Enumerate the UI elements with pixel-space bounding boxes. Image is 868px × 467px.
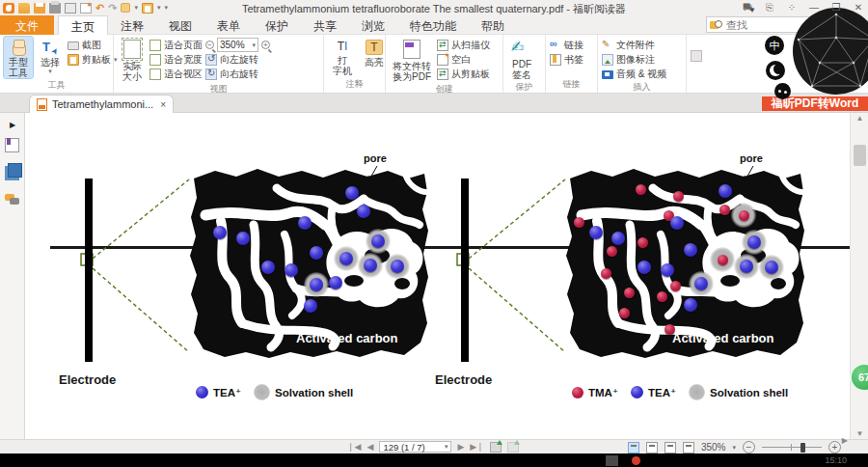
taskbar-item-icon[interactable]: [606, 455, 618, 466]
tab-home[interactable]: 主页: [58, 15, 108, 35]
attachment-icon: [602, 40, 613, 51]
foxit-logo-icon[interactable]: [3, 3, 14, 14]
rotate-left-button[interactable]: 向左旋转: [205, 53, 270, 66]
tab-file[interactable]: 文件: [0, 15, 54, 35]
print-icon[interactable]: [49, 3, 61, 14]
stamp-tool-icon[interactable]: [121, 3, 130, 13]
windows-taskbar[interactable]: 15:10: [0, 453, 868, 467]
single-page-view-button[interactable]: [628, 442, 639, 453]
previous-page-button[interactable]: ◀: [366, 442, 373, 452]
ion-tea: [364, 259, 377, 272]
ion-tma: [601, 268, 611, 279]
share-icon[interactable]: ⎘: [764, 2, 775, 14]
document-tab[interactable]: Tetramethylammoni... ×: [29, 95, 174, 113]
bookmarks-panel-icon[interactable]: [5, 138, 19, 152]
sidebar-expand-icon[interactable]: ▶: [10, 121, 15, 129]
tab-form[interactable]: 表单: [204, 15, 253, 35]
dropdown-arrow-icon[interactable]: ▼: [748, 6, 756, 14]
group-label-tools: 工具: [4, 78, 109, 94]
zoom-slider[interactable]: [762, 441, 822, 453]
tab-close-icon[interactable]: ×: [160, 99, 166, 110]
new-document-icon[interactable]: [80, 3, 92, 14]
paste-icon[interactable]: [142, 3, 153, 14]
highlight-button[interactable]: T 高亮: [360, 37, 389, 68]
previous-view-icon[interactable]: [490, 442, 502, 453]
from-scanner-button[interactable]: 从扫描仪: [437, 39, 490, 51]
typewriter-button[interactable]: TI 打 字机: [328, 37, 357, 76]
zoom-in-icon[interactable]: +: [261, 41, 270, 49]
zoom-slider-handle[interactable]: [800, 443, 805, 453]
continuous-view-button[interactable]: [646, 442, 658, 453]
link-button[interactable]: 链接: [550, 39, 583, 51]
pdf-to-word-button[interactable]: 福昕PDF转Word: [762, 96, 868, 111]
minimize-button[interactable]: —: [808, 2, 820, 14]
open-file-icon[interactable]: [18, 3, 30, 14]
last-page-button[interactable]: ▶❘: [470, 442, 483, 452]
zoom-out-button[interactable]: −: [743, 441, 755, 453]
email-icon[interactable]: [65, 3, 76, 14]
navigation-sidebar: ▶: [0, 113, 25, 439]
restore-button[interactable]: ❐: [830, 2, 842, 14]
continuous-facing-view-button[interactable]: [683, 442, 694, 453]
bookmark-button[interactable]: 书签: [550, 53, 583, 66]
tab-protect[interactable]: 保护: [253, 15, 301, 35]
dropdown-arrow-icon[interactable]: ▾: [134, 4, 138, 12]
image-annotation-button[interactable]: 图像标注: [602, 53, 666, 66]
tab-features[interactable]: 特色功能: [397, 15, 469, 35]
taskbar-red-app-icon[interactable]: [632, 456, 640, 465]
dropdown-arrow-icon[interactable]: ▾: [732, 444, 736, 452]
snapshot-button[interactable]: 截图: [68, 39, 118, 51]
pages-panel-icon[interactable]: [8, 163, 22, 178]
clipboard-button[interactable]: 剪贴板▾: [68, 53, 118, 66]
grid-view-icon[interactable]: ⁘: [786, 2, 798, 14]
zoom-out-icon[interactable]: −: [205, 41, 214, 49]
next-view-icon[interactable]: [507, 442, 519, 453]
ribbon-group-tools: 手型 工具 选择▾ 截图 剪贴板▾ 工具: [0, 35, 114, 93]
moon-badge[interactable]: [766, 61, 785, 80]
search-icon: [710, 19, 723, 31]
dots-badge[interactable]: [774, 83, 791, 99]
file-attachment-button[interactable]: 文件附件: [602, 39, 666, 51]
first-page-button[interactable]: ❘◀: [347, 442, 361, 452]
overlay-widget-circle[interactable]: [793, 8, 868, 95]
select-tool-button[interactable]: 选择▾: [36, 37, 65, 75]
scroll-right-icon[interactable]: ▶: [842, 436, 848, 445]
comments-panel-icon[interactable]: [5, 194, 19, 208]
fit-visible-button[interactable]: 适合视区: [149, 68, 203, 80]
scanner-icon: [437, 40, 448, 51]
scroll-up-icon[interactable]: ▲: [851, 114, 868, 123]
hand-tool-button[interactable]: 手型 工具: [4, 37, 33, 78]
pdf-sign-button[interactable]: PDF 签名: [507, 37, 536, 80]
save-icon[interactable]: [34, 3, 45, 14]
customize-toolbar-icon[interactable]: ▾: [164, 4, 168, 12]
undo-icon[interactable]: ↶: [95, 3, 104, 14]
ion-tea: [213, 226, 227, 239]
zoom-in-button[interactable]: +: [828, 441, 841, 453]
convert-to-pdf-button[interactable]: 将文件转 换为PDF: [390, 37, 434, 82]
facing-view-button[interactable]: [665, 442, 676, 453]
blank-page-button[interactable]: 空白: [437, 53, 490, 66]
from-clipboard-button[interactable]: 从剪贴板: [437, 68, 490, 80]
document-page[interactable]: pore Activated carbon Electro: [25, 113, 850, 439]
page-number-box[interactable]: 129 (1 / 7) ▾: [379, 441, 451, 453]
more-tools-icon[interactable]: [691, 50, 702, 62]
tab-view[interactable]: 视图: [156, 15, 204, 35]
language-badge[interactable]: 中: [765, 36, 784, 55]
scrollbar-thumb[interactable]: [854, 145, 866, 166]
zoom-level-combobox[interactable]: 350% ▾: [217, 38, 258, 52]
rotate-right-icon: [205, 69, 217, 80]
tab-help[interactable]: 帮助: [469, 15, 517, 35]
fit-width-button[interactable]: 适合宽度: [149, 53, 203, 66]
tab-comment[interactable]: 注释: [108, 15, 156, 35]
close-button[interactable]: ✕: [853, 2, 864, 14]
tab-share[interactable]: 共享: [301, 15, 349, 35]
scroll-down-icon[interactable]: ▼: [851, 429, 868, 438]
redo-icon[interactable]: ↷: [108, 3, 117, 14]
dropdown-arrow-icon[interactable]: ▾: [157, 4, 161, 12]
tab-browse[interactable]: 浏览: [349, 15, 397, 35]
rotate-right-button[interactable]: 向右旋转: [205, 68, 270, 80]
audio-video-button[interactable]: 音频 & 视频: [602, 68, 666, 80]
fit-page-button[interactable]: 适合页面: [149, 39, 203, 51]
actual-size-button[interactable]: 实际 大小: [118, 37, 147, 82]
next-page-button[interactable]: ▶: [457, 442, 464, 452]
